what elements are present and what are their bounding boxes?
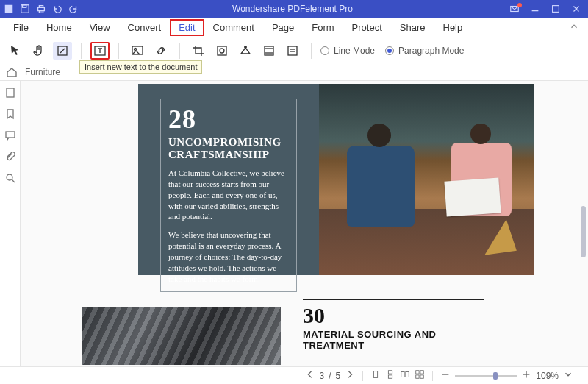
bookmarks-icon[interactable] [4,108,16,122]
save-icon[interactable] [19,3,31,15]
zoom-out-icon[interactable] [440,369,451,382]
svg-rect-36 [420,375,423,378]
left-panel [0,81,21,366]
svg-point-16 [220,49,224,53]
menu-edit[interactable]: Edit [170,19,204,36]
titlebar: Wondershare PDFelement Pro [0,0,588,18]
statusbar: 3 / 5 109% [0,366,588,384]
svg-rect-18 [265,46,273,55]
svg-rect-34 [420,371,423,374]
add-image-tool-icon[interactable] [128,42,147,60]
feature-text-30[interactable]: 30 MATERIAL SOURCING AND TREATMENT [303,299,484,352]
single-page-icon[interactable] [370,369,381,382]
svg-rect-0 [5,5,13,13]
line-mode-label: Line Mode [334,46,375,56]
feature-heading: UNCOMPROMISING CRAFTSMANSHIP [168,136,289,160]
svg-rect-30 [389,375,392,378]
document-canvas[interactable]: 28 UNCOMPROMISING CRAFTSMANSHIP At Colum… [21,81,588,366]
thumbnail-grid-icon[interactable] [415,369,425,382]
set-square-icon [480,218,517,255]
hand-tool-icon[interactable] [29,42,49,60]
search-panel-icon[interactable] [4,172,16,186]
svg-rect-32 [406,372,409,377]
redo-icon[interactable] [68,3,79,15]
divider [179,43,180,59]
menu-file[interactable]: File [4,19,37,36]
thumbnails-icon[interactable] [4,87,16,101]
select-tool-icon[interactable] [6,42,25,60]
menu-comment[interactable]: Comment [204,19,263,36]
craftsmanship-photo[interactable] [319,84,534,275]
menu-help[interactable]: Help [434,19,472,36]
document-tab[interactable]: Furniture [25,67,60,77]
edit-toolbar: Line Mode Paragraph Mode Insert new text… [0,38,588,63]
zoom-dropdown-icon[interactable] [563,369,573,382]
close-button[interactable] [567,2,585,15]
page-block-28: 28 UNCOMPROMISING CRAFTSMANSHIP At Colum… [138,84,534,275]
svg-rect-35 [416,375,419,378]
tooltip: Insert new text to the document [79,60,202,74]
zoom-in-icon[interactable] [521,369,531,382]
maximize-button[interactable] [547,2,564,15]
minimize-button[interactable] [526,2,544,15]
menu-view[interactable]: View [81,19,119,36]
print-icon[interactable] [35,3,47,15]
svg-rect-28 [374,371,378,378]
svg-rect-2 [23,5,26,8]
svg-line-27 [12,179,15,182]
menu-share[interactable]: Share [391,19,434,36]
attachments-icon[interactable] [4,151,16,165]
menu-convert[interactable]: Convert [119,19,171,36]
menu-protect[interactable]: Protect [343,19,391,36]
collapse-ribbon-icon[interactable] [569,21,584,34]
svg-point-26 [7,174,12,180]
material-photo[interactable] [82,307,281,365]
continuous-page-icon[interactable] [385,369,395,382]
zoom-slider[interactable] [455,375,517,377]
edit-object-tool-icon[interactable] [53,42,72,60]
svg-rect-15 [218,46,226,55]
annotations-icon[interactable] [4,129,16,143]
background-tool-icon[interactable] [236,42,255,60]
crop-tool-icon[interactable] [189,42,208,60]
mail-icon[interactable] [506,2,523,15]
menu-form[interactable]: Form [303,19,343,36]
svg-rect-24 [7,88,14,97]
page-sep: / [329,371,331,381]
quick-access [3,3,79,15]
feature-heading-30: MATERIAL SOURCING AND TREATMENT [303,330,484,352]
radio-line-mode[interactable]: Line Mode [320,46,375,56]
divider [311,43,312,59]
svg-rect-29 [389,371,392,374]
view-mode-icons [370,369,425,382]
bates-number-tool-icon[interactable] [283,42,302,60]
svg-rect-4 [39,6,43,8]
undo-icon[interactable] [51,3,63,15]
feature-number: 28 [168,104,289,135]
radio-paragraph-mode[interactable]: Paragraph Mode [385,46,464,56]
link-tool-icon[interactable] [151,42,171,60]
feature-text-28[interactable]: 28 UNCOMPROMISING CRAFTSMANSHIP At Colum… [160,99,297,292]
svg-point-14 [135,48,137,50]
facing-page-icon[interactable] [400,369,410,382]
divider [303,299,484,300]
prev-page-icon[interactable] [305,369,315,382]
vertical-scrollbar[interactable] [581,206,586,257]
menubar: File Home View Convert Edit Comment Page… [0,18,588,38]
svg-rect-31 [401,372,404,377]
next-page-icon[interactable] [345,369,355,382]
app-icon [3,3,15,15]
menu-page[interactable]: Page [263,19,303,36]
svg-rect-5 [39,11,43,13]
svg-rect-33 [416,371,419,374]
menu-home[interactable]: Home [37,19,81,36]
page-current: 3 [320,371,325,381]
add-text-tool-icon[interactable] [90,42,110,60]
home-icon[interactable] [6,66,18,78]
page-total: 5 [336,371,341,381]
window-controls [506,2,585,15]
divider [118,43,119,59]
header-footer-tool-icon[interactable] [259,42,279,60]
zoom-control: 109% [440,369,573,382]
watermark-tool-icon[interactable] [212,42,232,60]
